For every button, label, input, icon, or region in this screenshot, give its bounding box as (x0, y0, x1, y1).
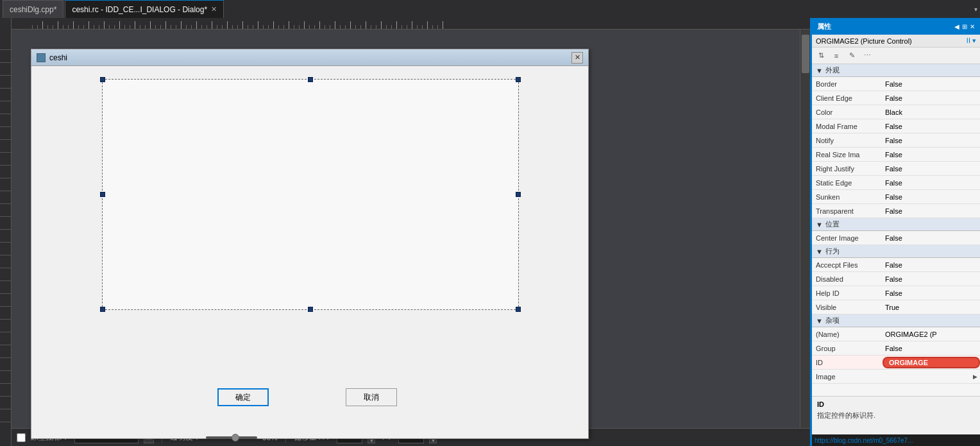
prop-name-notify: Notify (812, 137, 883, 144)
dialog-close-button[interactable]: ✕ (571, 52, 583, 64)
section-collapse-misc: ▼ (816, 317, 823, 325)
ruler-mark (0, 307, 11, 320)
prop-row-centerimage[interactable]: Center Image False (812, 231, 980, 245)
ruler-mark (0, 345, 11, 358)
section-label-misc: 杂项 (825, 316, 840, 325)
ruler-mark (0, 153, 11, 166)
handle-top-left[interactable] (100, 77, 105, 82)
prop-footer-title: ID (817, 400, 975, 408)
prop-value-sunken: False (883, 193, 980, 201)
prop-row-staticedge[interactable]: Static Edge False (812, 176, 980, 190)
handle-bot-mid[interactable] (308, 307, 313, 312)
picture-control[interactable] (102, 79, 519, 310)
prop-value-notify: False (883, 137, 980, 144)
prop-row-group[interactable]: Group False (812, 341, 980, 356)
prop-row-id[interactable]: ID ORGIMAGE (812, 356, 980, 370)
prop-section-misc[interactable]: ▼ 杂项 (812, 314, 980, 327)
slider-thumb[interactable] (232, 434, 239, 442)
prototype-checkbox[interactable] (17, 433, 26, 442)
prop-row-modalframe[interactable]: Modal Frame False (812, 119, 980, 133)
section-label-behavior: 行为 (825, 246, 840, 256)
prop-section-appearance[interactable]: ▼ 外观 (812, 64, 980, 77)
prop-row-rightjustify[interactable]: Right Justify False (812, 162, 980, 176)
transparency-slider[interactable] (206, 436, 257, 439)
section-label-position: 位置 (825, 219, 840, 229)
vertical-scrollbar[interactable] (800, 30, 810, 428)
prop-value-id: ORGIMAGE (883, 357, 980, 368)
prop-name-modalframe: Modal Frame (812, 123, 883, 130)
left-ruler (0, 18, 12, 446)
ruler-mark (0, 230, 11, 243)
dialog-body: 确定 取消 (31, 66, 588, 438)
handle-mid-right[interactable] (516, 192, 521, 197)
prop-name-rightjustify: Right Justify (812, 165, 883, 173)
prop-row-acceptfiles[interactable]: Accecpt Files False (812, 258, 980, 272)
ruler-mark (0, 63, 11, 76)
prop-dots-icon[interactable]: ⋯ (861, 49, 874, 62)
prop-row-clientedge[interactable]: Client Edge False (812, 91, 980, 105)
prop-name-border: Border (812, 80, 883, 88)
prop-row-sunken[interactable]: Sunken False (812, 190, 980, 204)
prop-dock-icon[interactable]: ⊞ (962, 23, 967, 30)
prop-row-border[interactable]: Border False (812, 77, 980, 91)
prop-sort-icon[interactable]: ⇅ (815, 49, 827, 62)
section-collapse-behavior: ▼ (816, 248, 823, 255)
ruler-mark (0, 281, 11, 294)
prop-row-helpid[interactable]: Help ID False (812, 286, 980, 300)
prop-pencil-icon[interactable]: ✎ (845, 49, 858, 62)
tab-rc-label: ceshi.rc - IDD_CE...I_DIALOG - Dialog* (72, 5, 207, 14)
dialog-title: ceshi (49, 53, 571, 62)
handle-top-mid[interactable] (308, 77, 313, 82)
prop-name-transparent: Transparent (812, 207, 883, 215)
prop-row-notify[interactable]: Notify False (812, 133, 980, 148)
handle-bot-right[interactable] (516, 307, 521, 312)
tab-cpp-label: ceshiDlg.cpp* (10, 5, 56, 14)
ok-button[interactable]: 确定 (217, 388, 269, 406)
prop-row-visible[interactable]: Visible True (812, 300, 980, 314)
section-collapse-position: ▼ (816, 221, 823, 228)
prop-value-staticedge: False (883, 179, 980, 187)
handle-top-right[interactable] (516, 77, 521, 82)
ruler-mark (0, 114, 11, 127)
handle-mid-left[interactable] (100, 192, 105, 197)
prop-row-color[interactable]: Color Black (812, 105, 980, 119)
ruler-mark (0, 166, 11, 178)
tab-dropdown[interactable]: ▾ (974, 6, 977, 13)
main-layout: ceshi ✕ (0, 18, 980, 446)
prop-row-image[interactable]: Image ▶ (812, 370, 980, 384)
ruler-mark (0, 140, 11, 153)
prop-row-realsizeima[interactable]: Real Size Ima False (812, 148, 980, 162)
dialog-canvas: ceshi ✕ (12, 30, 810, 428)
ruler-mark (0, 178, 11, 191)
prop-section-behavior[interactable]: ▼ 行为 (812, 245, 980, 258)
tab-cpp[interactable]: ceshiDlg.cpp* (3, 0, 63, 18)
prop-value-border: False (883, 80, 980, 88)
sim-dialog: ceshi ✕ (31, 49, 589, 439)
prop-value-group: False (883, 345, 980, 352)
ruler-mark (0, 294, 11, 307)
section-collapse-appearance: ▼ (816, 67, 823, 74)
prop-pin-icon[interactable]: ◀ (954, 23, 959, 30)
prop-row-disabled[interactable]: Disabled False (812, 272, 980, 286)
prop-close-icon[interactable]: ✕ (970, 23, 975, 30)
prop-image-scroll[interactable]: ▶ (973, 373, 977, 380)
prop-value-disabled: False (883, 275, 980, 283)
cancel-button[interactable]: 取消 (346, 388, 397, 406)
tab-rc[interactable]: ceshi.rc - IDD_CE...I_DIALOG - Dialog* ✕ (65, 0, 224, 18)
prop-value-clientedge: False (883, 94, 980, 102)
handle-bot-left[interactable] (100, 307, 105, 312)
prop-control-name: ORGIMAGE2 (Picture Control) (816, 37, 912, 45)
prop-row-transparent[interactable]: Transparent False (812, 204, 980, 218)
prop-row-name[interactable]: (Name) ORGIMAGE2 (P (812, 327, 980, 341)
ruler-mark (0, 397, 11, 409)
scroll-thumb[interactable] (802, 35, 809, 73)
prop-control-dropdown[interactable]: II ▾ (967, 37, 976, 45)
prop-value-color: Black (883, 108, 980, 116)
prop-grid: ▼ 外观 Border False Client Edge False Colo… (812, 64, 980, 396)
tab-rc-close[interactable]: ✕ (211, 5, 217, 13)
ruler-mark (0, 127, 11, 140)
prop-grid-icon[interactable]: ≡ (830, 49, 843, 62)
canvas-area: ceshi ✕ (12, 18, 810, 446)
prop-value-rightjustify: False (883, 165, 980, 173)
prop-section-position[interactable]: ▼ 位置 (812, 218, 980, 231)
